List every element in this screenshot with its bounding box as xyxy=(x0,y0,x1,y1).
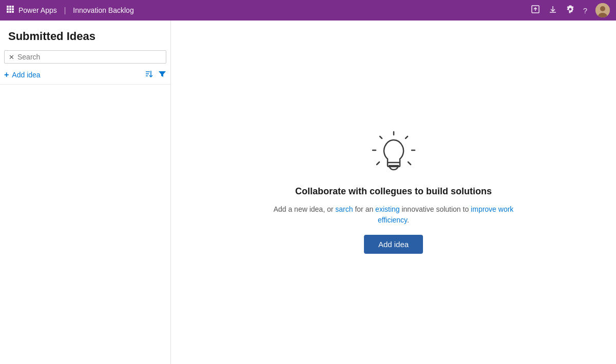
user-avatar[interactable] xyxy=(595,3,610,17)
empty-state: Collaborate with collegues to build solu… xyxy=(265,131,522,254)
plus-icon: + xyxy=(4,70,9,79)
add-idea-actions xyxy=(145,70,166,80)
add-idea-cta-button[interactable]: Add idea xyxy=(364,235,423,254)
search-input[interactable] xyxy=(17,53,162,61)
svg-rect-2 xyxy=(12,6,14,8)
sort-icon[interactable] xyxy=(145,70,153,80)
svg-rect-5 xyxy=(12,8,14,10)
page-name: Innovation Backlog xyxy=(73,6,133,14)
topnav-left: Power Apps | Innovation Backlog xyxy=(6,5,134,15)
filter-icon[interactable] xyxy=(158,70,166,80)
topnav-right: ? xyxy=(531,3,610,17)
add-idea-button-row[interactable]: + Add idea xyxy=(4,70,41,79)
search-bar[interactable]: ✕ xyxy=(4,50,166,64)
grid-icon[interactable] xyxy=(6,5,14,15)
share-icon[interactable] xyxy=(531,5,540,16)
app-name: Power Apps xyxy=(18,6,57,14)
page-title: Submitted Ideas xyxy=(8,30,162,43)
search-link[interactable]: sarch xyxy=(335,205,353,213)
svg-rect-3 xyxy=(7,8,9,10)
download-icon[interactable] xyxy=(548,5,557,16)
svg-line-20 xyxy=(380,136,382,138)
svg-point-14 xyxy=(600,6,605,11)
add-idea-row: + Add idea xyxy=(0,66,170,85)
page-title-area: Submitted Ideas xyxy=(0,21,170,48)
add-idea-label: Add idea xyxy=(12,71,40,79)
svg-rect-1 xyxy=(9,6,11,8)
svg-rect-4 xyxy=(9,8,11,10)
topnav-separator: | xyxy=(64,6,66,14)
svg-rect-7 xyxy=(9,11,11,13)
help-icon[interactable]: ? xyxy=(583,6,587,15)
sidebar: Submitted Ideas ✕ + Add idea xyxy=(0,21,171,364)
main-layout: Submitted Ideas ✕ + Add idea xyxy=(0,21,616,364)
lightbulb-icon xyxy=(371,131,417,179)
svg-rect-0 xyxy=(7,6,9,8)
svg-line-24 xyxy=(377,162,379,165)
existing-link[interactable]: existing xyxy=(375,205,399,213)
settings-icon[interactable] xyxy=(566,5,575,16)
svg-rect-6 xyxy=(7,11,9,13)
search-clear-icon[interactable]: ✕ xyxy=(9,53,14,61)
top-navigation: Power Apps | Innovation Backlog ? xyxy=(0,0,616,21)
svg-line-21 xyxy=(406,136,408,138)
content-area: Collaborate with collegues to build solu… xyxy=(171,21,616,364)
empty-state-title: Collaborate with collegues to build solu… xyxy=(295,186,492,197)
svg-rect-8 xyxy=(12,11,14,13)
svg-line-25 xyxy=(408,162,411,165)
empty-state-description: Add a new idea, or sarch for an existing… xyxy=(265,204,522,226)
